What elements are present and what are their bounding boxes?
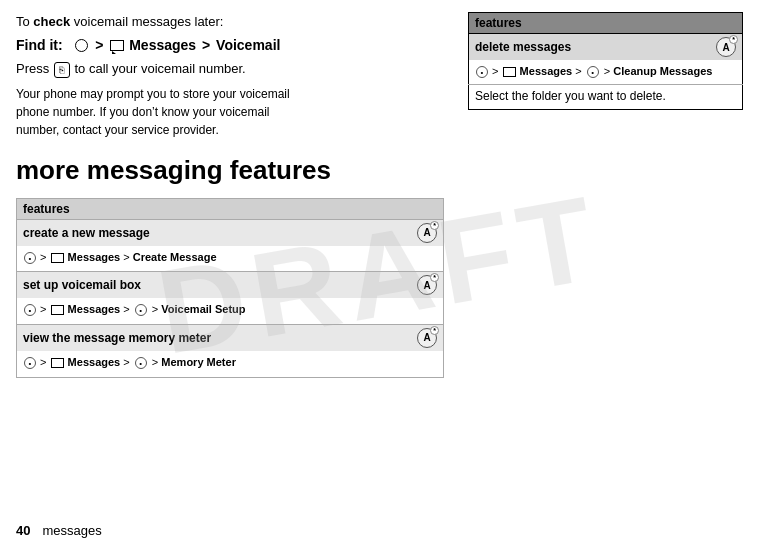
- a-letter-2: A: [423, 280, 430, 291]
- voicemail-label: Voicemail: [216, 37, 280, 53]
- gt-nav-3b: >: [123, 303, 129, 315]
- action-cell-1: A *: [411, 219, 444, 246]
- right-feature-table: features delete messages A * • > Message…: [468, 12, 743, 110]
- voicemail-setup: Voicemail Setup: [161, 303, 245, 315]
- note-line1: Your phone may prompt you to store your …: [16, 87, 290, 101]
- press-line: Press ⎘ to call your voicemail number.: [16, 59, 444, 79]
- table-row: set up voicemail box A *: [17, 272, 444, 299]
- action-icon-1: A *: [417, 223, 437, 243]
- right-msg-icon: [503, 67, 516, 77]
- nav-dot-icon: [75, 39, 88, 52]
- messages-2: Messages: [68, 251, 124, 263]
- action-cell-3: A *: [411, 324, 444, 351]
- gt-nav-4a: >: [40, 356, 49, 368]
- right-nav-dot: •: [476, 66, 488, 78]
- intro-suffix: voicemail messages later:: [70, 14, 223, 29]
- action-icon-3: A *: [417, 328, 437, 348]
- table-row: view the message memory meter A *: [17, 324, 444, 351]
- note-line2: phone number. If you don’t know your voi…: [16, 105, 269, 119]
- section-heading: more messaging features: [16, 155, 444, 186]
- right-feature-name-cell: delete messages: [469, 34, 711, 61]
- right-nav-row: • > Messages > • > Cleanup Messages: [469, 60, 743, 84]
- right-messages-label: Messages: [520, 65, 576, 77]
- right-gt-2: >: [575, 65, 581, 77]
- right-select-row: Select the folder you want to delete.: [469, 84, 743, 109]
- nav-path-cell-3: • > Messages > • > Memory Meter: [17, 351, 444, 377]
- right-select-cell: Select the folder you want to delete.: [469, 84, 743, 109]
- right-header-row: features: [469, 13, 743, 34]
- nav-dot-4: •: [24, 357, 36, 369]
- table-header-cell: features: [17, 198, 444, 219]
- intro-prefix: To: [16, 14, 33, 29]
- press-suffix: to call your voicemail number.: [74, 61, 245, 76]
- gt-nav-2a: >: [40, 251, 49, 263]
- action-cell-2: A *: [411, 272, 444, 299]
- right-a-letter: A: [722, 42, 729, 53]
- table-header-row: features: [17, 198, 444, 219]
- nav-path-cell: • > Messages > Create Message: [17, 246, 444, 272]
- nav-dot-2: •: [24, 252, 36, 264]
- nav-dot-3: •: [24, 304, 36, 316]
- right-gt-1: >: [492, 65, 501, 77]
- gt-nav-3a: >: [40, 303, 49, 315]
- footer-label: messages: [42, 523, 101, 538]
- gt-nav-3c: >: [152, 303, 158, 315]
- feature-name-cell-2: set up voicemail box: [17, 272, 412, 299]
- gt-nav-4c: >: [152, 356, 158, 368]
- intro-paragraph: To check voicemail messages later:: [16, 12, 444, 32]
- right-nav-dot-2: •: [587, 66, 599, 78]
- messages-4: Messages: [68, 356, 124, 368]
- star-sup-3: *: [430, 326, 439, 335]
- right-column: features delete messages A * • > Message…: [460, 0, 759, 548]
- msg-icon-2: [51, 253, 64, 263]
- gt-nav-2b: >: [123, 251, 129, 263]
- feature-name-cell: create a new message: [17, 219, 412, 246]
- right-gt-3: >: [604, 65, 610, 77]
- page-number: 40: [16, 523, 30, 538]
- gt-2: >: [202, 37, 210, 53]
- right-feature-name-row: delete messages A *: [469, 34, 743, 61]
- table-nav-row-3: • > Messages > • > Memory Meter: [17, 351, 444, 377]
- a-letter-3: A: [423, 332, 430, 343]
- note-line3: number, contact your service provider.: [16, 123, 219, 137]
- phone-icon: ⎘: [54, 62, 70, 78]
- right-star-sup: *: [729, 35, 738, 44]
- press-text: Press: [16, 61, 53, 76]
- action-icon-2: A *: [417, 275, 437, 295]
- memory-meter: Memory Meter: [161, 356, 236, 368]
- star-sup-1: *: [430, 221, 439, 230]
- table-nav-row: • > Messages > Create Message: [17, 246, 444, 272]
- right-action-icon: A *: [716, 37, 736, 57]
- messages-label: Messages: [129, 37, 200, 53]
- find-it-line: Find it: > Messages > Voicemail: [16, 36, 444, 56]
- intro-bold: check: [33, 14, 70, 29]
- right-header-cell: features: [469, 13, 743, 34]
- right-action-cell: A *: [710, 34, 743, 61]
- right-nav-cell: • > Messages > • > Cleanup Messages: [469, 60, 743, 84]
- msg-box-icon: [110, 40, 124, 51]
- left-column: To check voicemail messages later: Find …: [0, 0, 460, 548]
- nav-dot-4b: •: [135, 357, 147, 369]
- table-nav-row-2: • > Messages > • > Voicemail Setup: [17, 298, 444, 324]
- msg-icon-3: [51, 305, 64, 315]
- nav-path-cell-2: • > Messages > • > Voicemail Setup: [17, 298, 444, 324]
- page-wrapper: To check voicemail messages later: Find …: [0, 0, 759, 548]
- gt-nav-4b: >: [123, 356, 129, 368]
- find-it-label: Find it:: [16, 37, 63, 53]
- messages-3: Messages: [68, 303, 124, 315]
- nav-dot-3b: •: [135, 304, 147, 316]
- table-row: create a new message A *: [17, 219, 444, 246]
- msg-icon-4: [51, 358, 64, 368]
- star-sup-2: *: [430, 273, 439, 282]
- feature-name-cell-3: view the message memory meter: [17, 324, 412, 351]
- left-feature-table: features create a new message A * • > M: [16, 198, 444, 378]
- page-footer: 40 messages: [0, 523, 460, 538]
- right-cleanup-label: Cleanup Messages: [613, 65, 712, 77]
- a-letter-1: A: [423, 227, 430, 238]
- create-msg: Create Message: [133, 251, 217, 263]
- note-text: Your phone may prompt you to store your …: [16, 85, 444, 139]
- gt-1: >: [95, 37, 103, 53]
